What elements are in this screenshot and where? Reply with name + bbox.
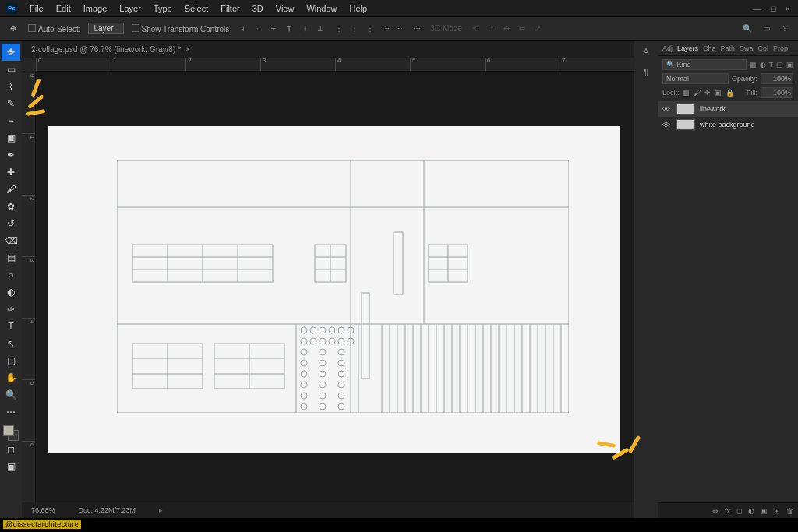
tab-adjustments[interactable]: Adj: [662, 44, 673, 52]
lock-all-icon[interactable]: 🔒: [726, 89, 734, 97]
dist-2-icon[interactable]: ⋮: [349, 23, 360, 34]
menu-file[interactable]: File: [23, 4, 50, 13]
eraser-tool[interactable]: ⌫: [2, 232, 20, 249]
stamp-tool[interactable]: ✿: [2, 198, 20, 215]
layer-thumb[interactable]: [676, 119, 695, 130]
character-panel-icon[interactable]: A: [643, 47, 648, 56]
scale-icon[interactable]: ⤢: [532, 23, 543, 34]
tab-swatches[interactable]: Swa: [740, 44, 754, 52]
new-layer-icon[interactable]: ⊞: [774, 507, 780, 515]
brush-tool[interactable]: 🖌: [2, 181, 20, 198]
screen-mode-tool[interactable]: ▣: [2, 458, 20, 475]
lasso-tool[interactable]: ⌇: [2, 78, 20, 95]
show-transform-check[interactable]: Show Transform Controls: [132, 24, 230, 33]
tab-layers[interactable]: Layers: [677, 44, 698, 52]
dist-1-icon[interactable]: ⋮: [334, 23, 344, 34]
gradient-tool[interactable]: ▤: [2, 249, 20, 266]
dist-6-icon[interactable]: ⋯: [411, 23, 422, 34]
blend-mode-select[interactable]: Normal: [662, 73, 729, 84]
group-icon[interactable]: ▣: [761, 507, 768, 515]
lock-nest-icon[interactable]: ▣: [715, 89, 722, 97]
opacity-input[interactable]: 100%: [761, 73, 793, 84]
minimize-button[interactable]: —: [753, 4, 761, 13]
menu-edit[interactable]: Edit: [50, 4, 77, 13]
filter-adjust-icon[interactable]: ◐: [760, 61, 766, 69]
color-swatches[interactable]: [3, 425, 19, 441]
status-arrow-icon[interactable]: ▸: [159, 506, 163, 514]
close-tab-icon[interactable]: ×: [185, 45, 190, 54]
orbit-icon[interactable]: ⟲: [470, 23, 481, 34]
document-tab[interactable]: 2-collage.psd @ 76.7% (linework, Gray/8)…: [28, 44, 203, 55]
maximize-button[interactable]: □: [771, 4, 776, 13]
marquee-tool[interactable]: ▭: [2, 61, 20, 78]
align-top-icon[interactable]: ⫪: [284, 23, 295, 34]
layer-row[interactable]: 👁 linework: [658, 101, 798, 117]
tab-paths[interactable]: Path: [721, 44, 736, 52]
align-center-h-icon[interactable]: ⫠: [252, 23, 263, 34]
workspace-icon[interactable]: ▭: [761, 23, 772, 34]
dist-4-icon[interactable]: ⋯: [380, 23, 391, 34]
ruler-horizontal[interactable]: 01234567: [36, 58, 634, 72]
kind-filter[interactable]: 🔍 Kind: [662, 59, 747, 70]
pen-tool[interactable]: ✑: [2, 301, 20, 318]
roll-icon[interactable]: ↺: [486, 23, 496, 34]
ruler-vertical[interactable]: 0123456: [22, 72, 36, 502]
menu-window[interactable]: Window: [300, 4, 343, 13]
slide-icon[interactable]: ⇄: [517, 23, 528, 34]
filter-pixel-icon[interactable]: ▦: [750, 61, 757, 69]
trash-icon[interactable]: 🗑: [786, 507, 793, 515]
healing-tool[interactable]: ✚: [2, 164, 20, 181]
fg-swatch[interactable]: [3, 425, 14, 436]
doc-size-readout[interactable]: Doc: 4.22M/7.23M: [79, 506, 136, 514]
zoom-tool[interactable]: 🔍: [2, 386, 20, 403]
auto-select-check[interactable]: Auto-Select:: [28, 24, 80, 33]
tab-channels[interactable]: Cha: [703, 44, 716, 52]
search-icon[interactable]: 🔍: [742, 23, 753, 34]
hand-tool[interactable]: ✋: [2, 369, 20, 386]
dist-5-icon[interactable]: ⋯: [396, 23, 407, 34]
paragraph-panel-icon[interactable]: ¶: [644, 67, 648, 76]
zoom-readout[interactable]: 76.68%: [31, 506, 55, 514]
lock-pos-icon[interactable]: ✥: [704, 89, 711, 97]
menu-help[interactable]: Help: [344, 4, 374, 13]
auto-select-target[interactable]: Layer: [88, 23, 123, 34]
dodge-tool[interactable]: ◐: [2, 284, 20, 301]
menu-select[interactable]: Select: [178, 4, 215, 13]
link-icon[interactable]: ⇔: [712, 507, 719, 515]
history-brush-tool[interactable]: ↺: [2, 215, 20, 232]
layer-thumb[interactable]: [676, 104, 695, 115]
menu-image[interactable]: Image: [77, 4, 114, 13]
lock-trans-icon[interactable]: ▦: [683, 89, 690, 97]
layer-row[interactable]: 👁 white background: [658, 117, 798, 132]
filter-smart-icon[interactable]: ▣: [786, 61, 793, 69]
tab-properties[interactable]: Prop: [773, 44, 788, 52]
menu-filter[interactable]: Filter: [214, 4, 245, 13]
fill-input[interactable]: 100%: [761, 87, 793, 98]
path-select-tool[interactable]: ↖: [2, 335, 20, 352]
lock-pixel-icon[interactable]: 🖌: [694, 89, 701, 97]
align-right-icon[interactable]: ⫟: [268, 23, 279, 34]
menu-type[interactable]: Type: [147, 4, 178, 13]
pan-icon[interactable]: ✥: [501, 23, 512, 34]
canvas-area[interactable]: [36, 72, 634, 502]
quick-mask-tool[interactable]: ◻: [2, 441, 20, 458]
blur-tool[interactable]: ○: [2, 266, 20, 284]
align-left-icon[interactable]: ⫞: [237, 23, 248, 34]
filter-type-icon[interactable]: T: [769, 61, 774, 69]
layer-name[interactable]: white background: [700, 121, 755, 129]
visibility-icon[interactable]: 👁: [662, 105, 672, 114]
visibility-icon[interactable]: 👁: [662, 121, 672, 129]
shape-tool[interactable]: ▢: [2, 352, 20, 369]
menu-layer[interactable]: Layer: [113, 4, 147, 13]
share-icon[interactable]: ⇪: [779, 23, 790, 34]
quick-select-tool[interactable]: ✎: [2, 95, 20, 112]
crop-tool[interactable]: ⌐: [2, 112, 20, 129]
move-tool[interactable]: ✥: [2, 44, 20, 61]
text-tool[interactable]: T: [2, 318, 20, 335]
menu-3d[interactable]: 3D: [246, 4, 270, 13]
canvas[interactable]: [48, 126, 620, 453]
mask-icon[interactable]: ◻: [736, 507, 742, 515]
tab-color[interactable]: Col: [758, 44, 769, 52]
adjustment-icon[interactable]: ◐: [748, 507, 754, 515]
menu-view[interactable]: View: [270, 4, 301, 13]
